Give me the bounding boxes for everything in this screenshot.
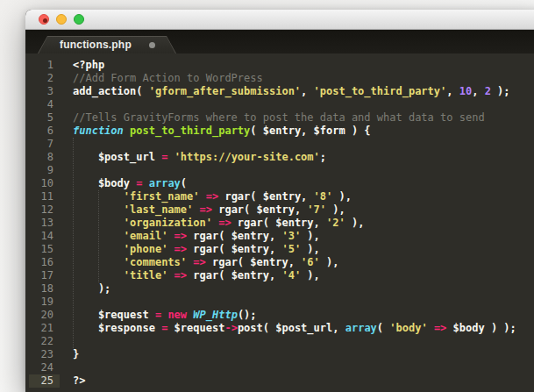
code-line: 9	[25, 164, 534, 177]
line-number: 21	[25, 322, 60, 335]
code-line: 22	[25, 335, 534, 348]
line-number: 22	[25, 335, 60, 348]
code-line: 24	[25, 361, 534, 374]
code-line: 17 'title' => rgar( $entry, '4' ),	[25, 269, 534, 282]
code-line-text	[60, 296, 73, 309]
line-number: 16	[25, 256, 60, 269]
code-line-text: //Add Form Action to WordPress	[60, 72, 263, 85]
code-line: 8 $post_url = 'https://your-site.com';	[25, 151, 534, 164]
code-line-text	[60, 98, 73, 111]
code-line: 16 'comments' => rgar( $entry, '6' ),	[25, 256, 534, 269]
close-button[interactable]	[39, 14, 49, 25]
code-line-text	[60, 164, 73, 177]
code-line-text: //Tells GravityForms where to post the d…	[60, 111, 485, 125]
code-line: 13 'organization' => rgar( $entry, '2' )…	[25, 217, 534, 230]
code-line-text: 'first_name' => rgar( $entry, '8' ),	[60, 190, 352, 203]
code-line: 25?>	[25, 374, 534, 388]
code-line-text: function post_to_third_party( $entry, $f…	[60, 125, 371, 138]
code-line: 6function post_to_third_party( $entry, $…	[25, 125, 534, 138]
code-line: 23}	[25, 348, 534, 361]
code-line: 2//Add Form Action to WordPress	[25, 72, 534, 85]
window-controls	[39, 14, 84, 25]
line-number: 10	[25, 177, 60, 190]
code-line-text	[60, 138, 73, 151]
line-number: 6	[25, 125, 60, 138]
code-editor[interactable]: 1<?php2//Add Form Action to WordPress3ad…	[25, 53, 534, 392]
line-number: 1	[25, 59, 60, 72]
code-line: 3add_action( 'gform_after_submission', '…	[25, 85, 534, 98]
code-line: 5//Tells GravityForms where to post the …	[25, 111, 534, 125]
code-line: 20 $request = new WP_Http();	[25, 309, 534, 322]
code-line: 14 'email' => rgar( $entry, '3' ),	[25, 230, 534, 243]
line-number: 15	[25, 243, 60, 256]
code-line-text: }	[60, 348, 79, 361]
line-number: 11	[25, 190, 60, 203]
code-line: 19	[25, 296, 534, 309]
window-titlebar[interactable]	[25, 10, 534, 30]
code-line-text: $body = array(	[60, 177, 187, 190]
line-number: 12	[25, 203, 60, 217]
code-line: 7	[25, 138, 534, 151]
tab-bar: functions.php	[25, 30, 534, 53]
indent-guide	[73, 138, 74, 348]
code-line-text: $request = new WP_Http();	[60, 309, 257, 322]
code-line-text: 'organization' => rgar( $entry, '2' ),	[60, 217, 364, 230]
zoom-button[interactable]	[74, 14, 84, 25]
code-line: 11 'first_name' => rgar( $entry, '8' ),	[25, 190, 534, 203]
code-line-text: $response = $request->post( $post_url, a…	[60, 322, 516, 335]
code-line-text: <?php	[60, 59, 104, 72]
line-number: 24	[25, 361, 60, 374]
line-number: 17	[25, 269, 60, 282]
code-line: 1<?php	[25, 59, 534, 72]
line-number: 4	[25, 98, 60, 111]
code-line-text: 'last_name' => rgar( $entry, '7' ),	[60, 203, 345, 217]
minimize-button[interactable]	[56, 14, 67, 25]
line-number: 9	[25, 164, 60, 177]
line-number: 8	[25, 151, 60, 164]
code-line: 15 'phone' => rgar( $entry, '5' ),	[25, 243, 534, 256]
line-number: 25	[25, 374, 60, 388]
line-number: 14	[25, 230, 60, 243]
line-number: 13	[25, 217, 60, 230]
code-line: 12 'last_name' => rgar( $entry, '7' ),	[25, 203, 534, 217]
line-number: 19	[25, 296, 60, 309]
code-line: 18 );	[25, 282, 534, 296]
line-number: 7	[25, 138, 60, 151]
desktop-background: functions.php 1<?php2//Add Form Action t…	[0, 0, 534, 392]
code-line-text: );	[60, 282, 110, 296]
line-number: 3	[25, 85, 60, 98]
line-number: 5	[25, 111, 60, 125]
code-line-text	[60, 335, 73, 348]
tab-functions-php[interactable]: functions.php	[38, 36, 176, 53]
code-line-text: 'comments' => rgar( $entry, '6' ),	[60, 256, 338, 269]
code-line-text: $post_url = 'https://your-site.com';	[60, 151, 326, 164]
line-number: 18	[25, 282, 60, 296]
code-line-text: add_action( 'gform_after_submission', 'p…	[60, 85, 510, 98]
indent-guide	[98, 190, 99, 282]
code-line-text	[60, 361, 73, 374]
line-number: 23	[25, 348, 60, 361]
line-number: 2	[25, 72, 60, 85]
modified-indicator-icon[interactable]	[149, 42, 155, 48]
line-number: 20	[25, 309, 60, 322]
tab-label: functions.php	[60, 36, 132, 53]
code-line-text: ?>	[60, 374, 85, 388]
unsaved-changes-dot-icon	[43, 18, 47, 23]
code-line: 10 $body = array(	[25, 177, 534, 190]
editor-window: functions.php 1<?php2//Add Form Action t…	[25, 10, 534, 392]
code-line: 4	[25, 98, 534, 111]
code-line: 21 $response = $request->post( $post_url…	[25, 322, 534, 335]
